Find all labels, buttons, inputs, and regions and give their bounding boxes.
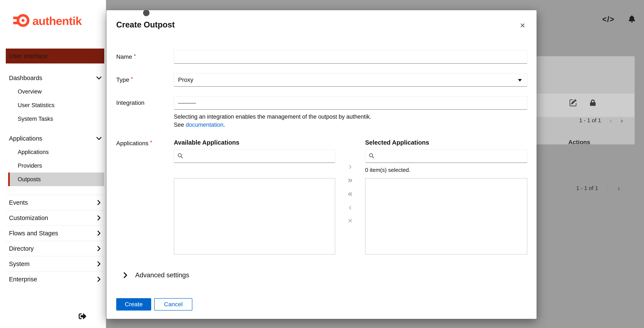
sidebar-item-events[interactable]: Events: [6, 195, 104, 210]
chevron-right-icon: [97, 215, 101, 221]
sidebar-item-dashboards[interactable]: Dashboards: [6, 71, 104, 85]
advanced-settings-label: Advanced settings: [135, 271, 189, 279]
transfer-controls: › » « ‹ ✕: [335, 139, 365, 255]
search-icon: [177, 153, 183, 160]
chevron-right-icon: [97, 277, 101, 282]
sidebar-item-label: Applications: [18, 149, 49, 156]
sidebar-item-enterprise[interactable]: Enterprise: [6, 271, 104, 287]
move-all-left-button[interactable]: «: [348, 190, 352, 197]
edit-icon[interactable]: [570, 99, 576, 107]
selected-search-input[interactable]: [365, 149, 527, 163]
move-selected-right-button[interactable]: ›: [349, 163, 352, 170]
sidebar-item-label: Customization: [9, 214, 48, 221]
chevron-down-icon: [97, 75, 101, 81]
sidebar-item-label: Dashboards: [9, 75, 42, 82]
sidebar-item-customization[interactable]: Customization: [6, 210, 104, 225]
app-header-icons: </>: [602, 15, 636, 24]
sidebar-item-label: System: [9, 261, 30, 268]
chevron-right-icon: [97, 246, 101, 251]
create-button[interactable]: Create: [116, 298, 151, 311]
pagination-top: 1 - 1 of 1 ‹ ›: [579, 117, 623, 124]
sidebar-item-label: Directory: [9, 245, 34, 252]
pagination-next-icon[interactable]: ›: [620, 117, 623, 124]
pagination-next-icon[interactable]: ›: [618, 184, 620, 192]
integration-select-value: ---------: [178, 99, 196, 106]
available-applications-pane: Available Applications: [174, 139, 335, 255]
integration-help-line1: Selecting an integration enables the man…: [174, 113, 527, 121]
clear-selection-button[interactable]: ✕: [348, 217, 353, 225]
sidebar-item-label: Flows and Stages: [9, 230, 58, 237]
dual-list-selector: Available Applications › » « ‹ ✕: [174, 139, 527, 255]
sidebar-item-applications[interactable]: Applications: [6, 132, 104, 145]
create-outpost-modal: Create Outpost ✕ Name * Type * Proxy: [106, 10, 536, 319]
available-applications-title: Available Applications: [174, 139, 335, 146]
name-field-row: Name *: [116, 50, 527, 64]
actions-column-header: Actions: [568, 139, 590, 146]
required-asterisk: *: [134, 53, 136, 59]
available-search-input[interactable]: [174, 149, 335, 163]
modal-header: Create Outpost: [106, 10, 536, 30]
sidebar-item-applications-sub[interactable]: Applications: [0, 145, 106, 159]
type-select[interactable]: Proxy: [174, 73, 527, 87]
sidebar: authentik User interface Dashboards Over…: [0, 0, 106, 328]
chevron-right-icon: [97, 230, 101, 236]
sidebar-item-label: Outposts: [18, 176, 41, 183]
pagination-prev-icon[interactable]: ‹: [607, 184, 609, 192]
documentation-link[interactable]: documentation: [186, 122, 224, 128]
cancel-button[interactable]: Cancel: [154, 298, 192, 311]
pagination-bottom-label: 1 - 1 of 1: [576, 185, 598, 191]
required-asterisk: *: [131, 76, 133, 82]
sidebar-item-flows-and-stages[interactable]: Flows and Stages: [6, 225, 104, 241]
sidebar-sections: Events Customization Flows and Stages Di…: [0, 195, 106, 287]
available-applications-list[interactable]: [174, 178, 335, 255]
sidebar-item-label: Events: [9, 199, 28, 206]
background-table-card: 1 - 1 of 1 ‹ › Actions 1 - 1 of 1 ‹ ›: [529, 56, 634, 145]
close-icon: ✕: [520, 22, 526, 29]
logo-text: authentik: [32, 14, 82, 27]
sidebar-item-outposts[interactable]: Outposts: [8, 172, 104, 186]
integration-label: Integration: [116, 99, 144, 106]
integration-field-row: Integration --------- Selecting an integ…: [116, 96, 527, 129]
pagination-prev-icon[interactable]: ‹: [610, 117, 612, 124]
move-all-right-button[interactable]: »: [348, 176, 352, 184]
applications-label: Applications: [116, 140, 148, 147]
sidebar-item-providers[interactable]: Providers: [0, 159, 106, 172]
sidebar-item-system-tasks[interactable]: System Tasks: [0, 112, 106, 126]
logout-button[interactable]: [78, 312, 87, 321]
sidebar-item-label: Enterprise: [9, 276, 37, 283]
sidebar-item-label: System Tasks: [18, 116, 53, 122]
name-label: Name: [116, 53, 132, 60]
selected-applications-pane: Selected Applications 0 item(s) selected…: [365, 139, 527, 255]
selected-applications-title: Selected Applications: [365, 139, 527, 146]
chevron-right-icon: [123, 272, 128, 278]
selected-applications-list[interactable]: [365, 178, 527, 255]
sidebar-item-label: Overview: [18, 88, 42, 95]
sidebar-item-user-interface[interactable]: User interface: [6, 49, 104, 63]
sidebar-item-label: Providers: [18, 163, 42, 169]
bell-icon[interactable]: [628, 15, 636, 23]
lock-icon[interactable]: [590, 99, 596, 107]
api-code-icon[interactable]: </>: [602, 15, 614, 24]
chevron-right-icon: [97, 200, 101, 205]
sidebar-item-overview[interactable]: Overview: [0, 85, 106, 98]
type-field-row: Type * Proxy: [116, 73, 527, 87]
advanced-settings-toggle[interactable]: Advanced settings: [116, 271, 527, 279]
integration-help-line2: See documentation.: [174, 121, 527, 129]
modal-footer: Create Cancel: [116, 298, 527, 311]
name-input[interactable]: [174, 50, 527, 64]
close-button[interactable]: ✕: [519, 21, 526, 30]
sidebar-item-label: Applications: [9, 135, 42, 142]
help-period: .: [224, 122, 225, 128]
sidebar-item-label: User interface: [9, 53, 48, 60]
sidebar-item-system[interactable]: System: [6, 256, 104, 271]
caret-down-icon: [518, 79, 522, 82]
sidebar-item-user-statistics[interactable]: User Statistics: [0, 98, 106, 112]
sidebar-nav: User interface Dashboards Overview User …: [0, 49, 106, 287]
type-select-value: Proxy: [178, 76, 194, 83]
selected-count: 0 item(s) selected.: [365, 166, 527, 173]
move-selected-left-button[interactable]: ‹: [349, 203, 352, 211]
integration-select[interactable]: ---------: [174, 96, 527, 110]
sidebar-item-label: User Statistics: [18, 102, 54, 109]
chevron-down-icon: [97, 136, 101, 141]
sidebar-item-directory[interactable]: Directory: [6, 241, 104, 256]
